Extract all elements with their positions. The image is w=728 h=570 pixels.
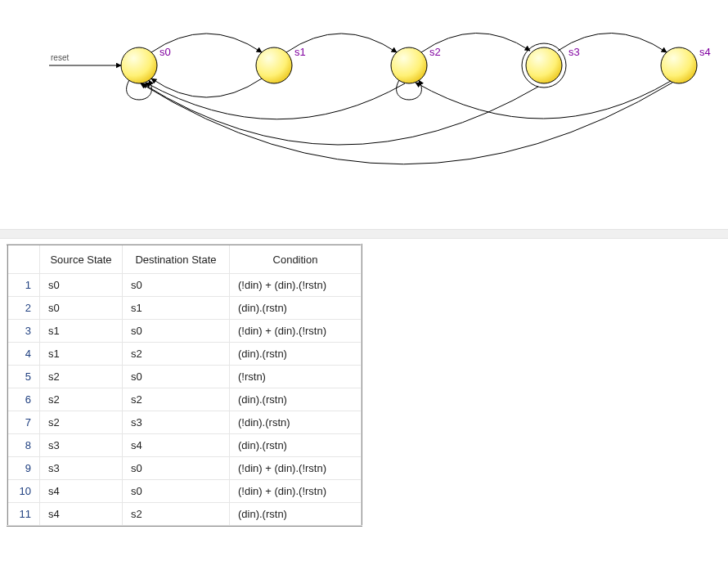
reset-label: reset bbox=[51, 53, 69, 62]
row-number: 5 bbox=[7, 366, 40, 388]
header-corner bbox=[7, 245, 40, 274]
cell-destination[interactable]: s1 bbox=[123, 297, 230, 320]
cell-condition[interactable]: (!din) + (din).(!rstn) bbox=[230, 274, 362, 297]
transition-table-panel: Source State Destination State Condition… bbox=[0, 239, 728, 532]
cell-condition[interactable]: (din).(rstn) bbox=[230, 434, 362, 457]
state-circle bbox=[121, 47, 157, 83]
state-circle bbox=[526, 47, 562, 83]
row-number: 11 bbox=[7, 503, 40, 527]
cell-destination[interactable]: s0 bbox=[123, 320, 230, 343]
cell-condition[interactable]: (!din).(rstn) bbox=[230, 411, 362, 434]
state-s1: s1 bbox=[256, 46, 306, 83]
header-condition: Condition bbox=[230, 245, 362, 274]
fsm-svg: reset s0 s1 s2 s3 bbox=[0, 0, 728, 229]
edge-s3-s0 bbox=[142, 83, 538, 145]
state-s4-label: s4 bbox=[699, 46, 711, 58]
transition-table: Source State Destination State Condition… bbox=[7, 244, 362, 527]
state-s2-label: s2 bbox=[429, 46, 441, 58]
state-s1-label: s1 bbox=[294, 46, 306, 58]
table-row[interactable]: 3s1s0(!din) + (din).(!rstn) bbox=[7, 320, 362, 343]
state-s2: s2 bbox=[391, 46, 441, 83]
cell-destination[interactable]: s2 bbox=[123, 343, 230, 366]
cell-condition[interactable]: (din).(rstn) bbox=[230, 297, 362, 320]
cell-condition[interactable]: (din).(rstn) bbox=[230, 503, 362, 527]
edge-s2-s0 bbox=[146, 83, 405, 119]
header-destination: Destination State bbox=[123, 245, 230, 274]
cell-destination[interactable]: s2 bbox=[123, 388, 230, 411]
row-number: 3 bbox=[7, 320, 40, 343]
state-s4: s4 bbox=[661, 46, 711, 83]
reset-edge: reset bbox=[49, 53, 121, 65]
cell-destination[interactable]: s0 bbox=[123, 366, 230, 388]
table-row[interactable]: 5s2s0(!rstn) bbox=[7, 366, 362, 388]
cell-source[interactable]: s1 bbox=[40, 343, 123, 366]
header-source: Source State bbox=[40, 245, 123, 274]
row-number: 2 bbox=[7, 297, 40, 320]
cell-source[interactable]: s0 bbox=[40, 297, 123, 320]
cell-destination[interactable]: s3 bbox=[123, 411, 230, 434]
table-row[interactable]: 7s2s3(!din).(rstn) bbox=[7, 411, 362, 434]
row-number: 6 bbox=[7, 388, 40, 411]
state-s3-label: s3 bbox=[568, 46, 580, 58]
row-number: 8 bbox=[7, 434, 40, 457]
state-s3: s3 bbox=[522, 43, 580, 88]
state-circle bbox=[256, 47, 292, 83]
cell-condition[interactable]: (!din) + (din).(!rstn) bbox=[230, 480, 362, 503]
row-number: 10 bbox=[7, 480, 40, 503]
state-s0: s0 bbox=[121, 46, 171, 83]
cell-destination[interactable]: s0 bbox=[123, 480, 230, 503]
cell-destination[interactable]: s2 bbox=[123, 503, 230, 527]
cell-destination[interactable]: s0 bbox=[123, 274, 230, 297]
cell-source[interactable]: s2 bbox=[40, 388, 123, 411]
table-row[interactable]: 11s4s2(din).(rstn) bbox=[7, 503, 362, 527]
cell-destination[interactable]: s4 bbox=[123, 434, 230, 457]
edge-s4-s2 bbox=[416, 81, 671, 119]
table-row[interactable]: 2s0s1(din).(rstn) bbox=[7, 297, 362, 320]
cell-source[interactable]: s1 bbox=[40, 320, 123, 343]
row-number: 4 bbox=[7, 343, 40, 366]
page-root: reset s0 s1 s2 s3 bbox=[0, 0, 728, 570]
edge-s1-s0 bbox=[151, 79, 262, 97]
cell-condition[interactable]: (!din) + (din).(!rstn) bbox=[230, 320, 362, 343]
state-circle bbox=[661, 47, 697, 83]
cell-destination[interactable]: s0 bbox=[123, 457, 230, 480]
table-row[interactable]: 1s0s0(!din) + (din).(!rstn) bbox=[7, 274, 362, 297]
state-s0-label: s0 bbox=[160, 46, 171, 58]
cell-source[interactable]: s4 bbox=[40, 503, 123, 527]
table-row[interactable]: 6s2s2(din).(rstn) bbox=[7, 388, 362, 411]
row-number: 1 bbox=[7, 274, 40, 297]
cell-source[interactable]: s3 bbox=[40, 434, 123, 457]
panel-divider bbox=[0, 229, 728, 239]
cell-condition[interactable]: (din).(rstn) bbox=[230, 388, 362, 411]
row-number: 9 bbox=[7, 457, 40, 480]
cell-source[interactable]: s4 bbox=[40, 480, 123, 503]
table-row[interactable]: 9s3s0(!din) + (din).(!rstn) bbox=[7, 457, 362, 480]
cell-source[interactable]: s2 bbox=[40, 411, 123, 434]
table-header-row: Source State Destination State Condition bbox=[7, 245, 362, 274]
cell-source[interactable]: s2 bbox=[40, 366, 123, 388]
cell-source[interactable]: s0 bbox=[40, 274, 123, 297]
cell-condition[interactable]: (!rstn) bbox=[230, 366, 362, 388]
cell-condition[interactable]: (!din) + (din).(!rstn) bbox=[230, 457, 362, 480]
state-circle bbox=[391, 47, 427, 83]
cell-condition[interactable]: (din).(rstn) bbox=[230, 343, 362, 366]
table-row[interactable]: 8s3s4(din).(rstn) bbox=[7, 434, 362, 457]
fsm-diagram: reset s0 s1 s2 s3 bbox=[0, 0, 728, 229]
table-row[interactable]: 4s1s2(din).(rstn) bbox=[7, 343, 362, 366]
table-row[interactable]: 10s4s0(!din) + (din).(!rstn) bbox=[7, 480, 362, 503]
edge-s4-s0 bbox=[141, 83, 672, 164]
row-number: 7 bbox=[7, 411, 40, 434]
cell-source[interactable]: s3 bbox=[40, 457, 123, 480]
